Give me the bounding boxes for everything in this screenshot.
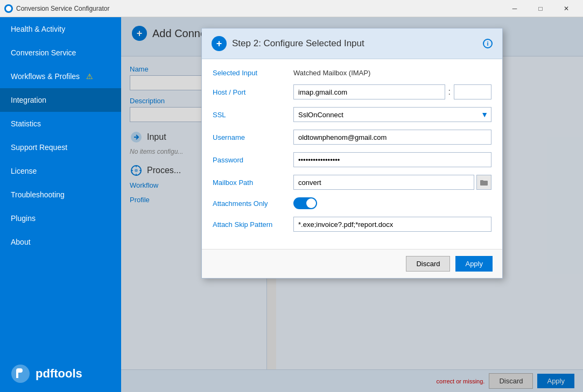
modal-body: Selected Input Watched Mailbox (IMAP) Ho… bbox=[202, 59, 502, 249]
sidebar: Health & Activity Conversion Service Wor… bbox=[0, 17, 121, 392]
warning-icon: ⚠ bbox=[86, 72, 93, 81]
sidebar-item-about[interactable]: About bbox=[0, 230, 121, 254]
mailbox-path-label: Mailbox Path bbox=[213, 179, 293, 187]
sidebar-item-license[interactable]: License bbox=[0, 159, 121, 183]
title-bar: Conversion Service Configurator ─ □ ✕ bbox=[0, 0, 583, 17]
workflows-label: Workflows & Profiles bbox=[11, 72, 80, 81]
minimize-button[interactable]: ─ bbox=[502, 0, 527, 17]
pdftools-logo-icon bbox=[11, 364, 30, 383]
svg-point-1 bbox=[11, 365, 30, 383]
modal-overlay: + Step 2: Configure Selected Input i Sel… bbox=[121, 17, 583, 392]
colon-separator: : bbox=[448, 87, 451, 97]
password-row: Password bbox=[213, 152, 491, 167]
app-container: Health & Activity Conversion Service Wor… bbox=[0, 17, 583, 392]
window-controls: ─ □ ✕ bbox=[502, 0, 579, 17]
statistics-label: Statistics bbox=[11, 119, 41, 128]
maximize-button[interactable]: □ bbox=[528, 0, 553, 17]
modal-footer: Discard Apply bbox=[202, 249, 502, 278]
sidebar-logo: pdftools bbox=[0, 355, 121, 392]
sidebar-item-plugins[interactable]: Plugins bbox=[0, 206, 121, 230]
svg-rect-6 bbox=[480, 180, 483, 182]
modal-discard-button[interactable]: Discard bbox=[406, 256, 450, 272]
username-input[interactable] bbox=[293, 130, 491, 145]
host-port-row: Host / Port : bbox=[213, 84, 491, 99]
sidebar-item-statistics[interactable]: Statistics bbox=[0, 112, 121, 136]
mailbox-path-input[interactable] bbox=[293, 175, 474, 190]
host-port-label: Host / Port bbox=[213, 88, 293, 96]
window-title: Conversion Service Configurator bbox=[16, 5, 109, 12]
svg-point-0 bbox=[6, 6, 11, 11]
selected-input-label: Selected Input bbox=[213, 69, 293, 77]
conversion-label: Conversion Service bbox=[11, 48, 76, 57]
modal-header: + Step 2: Configure Selected Input i bbox=[202, 28, 502, 59]
close-button[interactable]: ✕ bbox=[554, 0, 579, 17]
sidebar-item-integration[interactable]: Integration bbox=[0, 88, 121, 112]
integration-label: Integration bbox=[11, 96, 46, 104]
sidebar-item-troubleshooting[interactable]: Troubleshooting bbox=[0, 183, 121, 206]
ssl-select[interactable]: None SslOnConnect StartTls Auto bbox=[293, 107, 491, 122]
attach-skip-pattern-input[interactable] bbox=[293, 217, 491, 232]
password-label: Password bbox=[213, 156, 293, 164]
username-label: Username bbox=[213, 133, 293, 141]
attachments-only-row: Attachments Only bbox=[213, 197, 491, 209]
folder-browse-button[interactable] bbox=[476, 175, 491, 190]
app-icon bbox=[4, 4, 13, 13]
selected-input-value: Watched Mailbox (IMAP) bbox=[293, 69, 491, 77]
modal-apply-button[interactable]: Apply bbox=[455, 256, 493, 272]
password-input[interactable] bbox=[293, 152, 491, 167]
support-label: Support Request bbox=[11, 143, 67, 152]
attach-skip-pattern-row: Attach Skip Pattern bbox=[213, 217, 491, 232]
sidebar-item-workflows[interactable]: Workflows & Profiles ⚠ bbox=[0, 65, 121, 88]
folder-icon bbox=[480, 179, 488, 186]
troubleshooting-label: Troubleshooting bbox=[11, 190, 65, 199]
ssl-row: SSL None SslOnConnect StartTls Auto ▼ bbox=[213, 107, 491, 122]
info-icon[interactable]: i bbox=[483, 39, 493, 48]
attachments-only-label: Attachments Only bbox=[213, 199, 293, 208]
logo-text: pdftools bbox=[36, 367, 82, 381]
attachments-only-toggle[interactable] bbox=[293, 197, 317, 209]
ssl-label: SSL bbox=[213, 111, 293, 119]
toggle-thumb bbox=[306, 198, 316, 208]
health-label: Health & Activity bbox=[11, 25, 65, 33]
port-input[interactable] bbox=[454, 84, 491, 99]
license-label: License bbox=[11, 167, 37, 175]
about-label: About bbox=[11, 238, 31, 246]
sidebar-item-health[interactable]: Health & Activity bbox=[0, 17, 121, 41]
sidebar-item-support[interactable]: Support Request bbox=[0, 136, 121, 159]
sidebar-item-conversion[interactable]: Conversion Service bbox=[0, 41, 121, 65]
modal-title: Step 2: Configure Selected Input bbox=[232, 38, 477, 49]
step2-modal: + Step 2: Configure Selected Input i Sel… bbox=[201, 28, 503, 279]
username-row: Username bbox=[213, 130, 491, 145]
selected-input-row: Selected Input Watched Mailbox (IMAP) bbox=[213, 69, 491, 77]
plugins-label: Plugins bbox=[11, 214, 36, 223]
modal-header-icon: + bbox=[212, 36, 227, 51]
attach-skip-pattern-label: Attach Skip Pattern bbox=[213, 220, 293, 229]
mailbox-path-row: Mailbox Path bbox=[213, 175, 491, 190]
main-content: + Add Connection Name Description bbox=[121, 17, 583, 392]
host-input[interactable] bbox=[293, 84, 445, 99]
